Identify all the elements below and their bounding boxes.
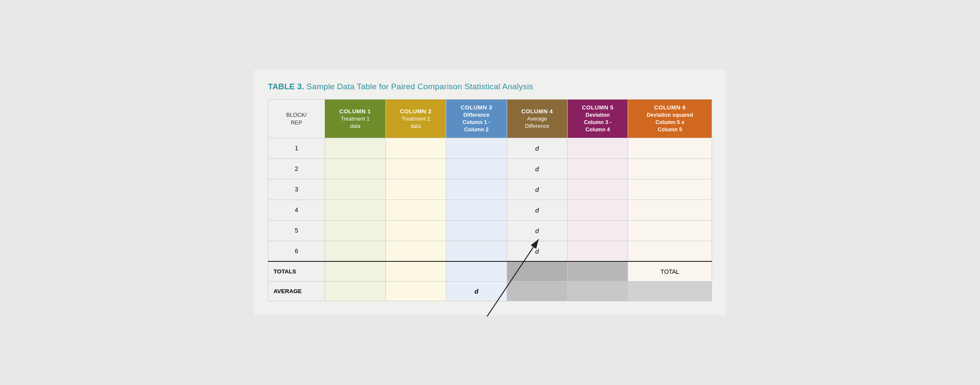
cell-col3-4 xyxy=(446,220,507,241)
average-col1-cell xyxy=(325,281,385,301)
cell-col3-5 xyxy=(446,241,507,261)
cell-col5-4 xyxy=(568,220,628,241)
cell-col6-0 xyxy=(628,138,712,158)
average-d-cell: d xyxy=(446,281,507,301)
cell-col6-5 xyxy=(628,241,712,261)
table-row: 2d xyxy=(268,158,712,179)
cell-col4-4: d xyxy=(507,220,567,241)
header-col3: COLUMN 3 Difference Column 1 - Column 2 xyxy=(446,100,507,138)
cell-block-4: 5 xyxy=(268,220,325,241)
table-row: 4d xyxy=(268,200,712,220)
cell-col2-4 xyxy=(385,220,446,241)
header-col1: COLUMN 1 Treatment 1 data xyxy=(325,100,385,138)
cell-col5-0 xyxy=(568,138,628,158)
average-label-cell: AVERAGE xyxy=(268,281,325,301)
header-col2: COLUMN 2 Treatment 2 data xyxy=(385,100,446,138)
cell-col4-1: d xyxy=(507,158,567,179)
totals-row: TOTALSTOTAL xyxy=(268,261,712,281)
cell-col3-1 xyxy=(446,158,507,179)
cell-col6-4 xyxy=(628,220,712,241)
page-container: TABLE 3. Sample Data Table for Paired Co… xyxy=(254,70,726,315)
cell-col5-1 xyxy=(568,158,628,179)
cell-col4-5: d xyxy=(507,241,567,261)
data-table: BLOCK/ REP COLUMN 1 Treatment 1 data COL… xyxy=(268,99,712,301)
table-title: TABLE 3. Sample Data Table for Paired Co… xyxy=(268,82,712,91)
cell-col2-1 xyxy=(385,158,446,179)
header-block-rep: BLOCK/ REP xyxy=(268,100,325,138)
cell-block-2: 3 xyxy=(268,179,325,200)
cell-col2-0 xyxy=(385,138,446,158)
cell-col6-1 xyxy=(628,158,712,179)
cell-col1-3 xyxy=(325,200,385,220)
cell-col5-3 xyxy=(568,200,628,220)
cell-col6-3 xyxy=(628,200,712,220)
table-title-prefix: TABLE 3. xyxy=(268,82,304,91)
cell-block-3: 4 xyxy=(268,200,325,220)
header-col5: COLUMN 5 Deviation Column 3 - Column 4 xyxy=(568,100,628,138)
cell-col1-0 xyxy=(325,138,385,158)
cell-col1-4 xyxy=(325,220,385,241)
cell-col4-0: d xyxy=(507,138,567,158)
cell-col2-3 xyxy=(385,200,446,220)
table-row: 5d xyxy=(268,220,712,241)
average-col4-cell xyxy=(507,281,567,301)
totals-col2-cell xyxy=(385,261,446,281)
cell-col1-2 xyxy=(325,179,385,200)
cell-col1-5 xyxy=(325,241,385,261)
average-col6-cell xyxy=(628,281,712,301)
cell-col3-2 xyxy=(446,179,507,200)
header-col6: COLUMN 6 Deviation squared Column 5 x Co… xyxy=(628,100,712,138)
table-row: 1d xyxy=(268,138,712,158)
cell-block-1: 2 xyxy=(268,158,325,179)
table-row: 6d xyxy=(268,241,712,261)
cell-col2-2 xyxy=(385,179,446,200)
header-col4: COLUMN 4 Average Difference xyxy=(507,100,567,138)
cell-col3-0 xyxy=(446,138,507,158)
table-row: 3d xyxy=(268,179,712,200)
cell-block-5: 6 xyxy=(268,241,325,261)
cell-col3-3 xyxy=(446,200,507,220)
totals-col1-cell xyxy=(325,261,385,281)
cell-col1-1 xyxy=(325,158,385,179)
cell-col6-2 xyxy=(628,179,712,200)
cell-col4-3: d xyxy=(507,200,567,220)
cell-col4-2: d xyxy=(507,179,567,200)
cell-col5-5 xyxy=(568,241,628,261)
totals-col6-cell: TOTAL xyxy=(628,261,712,281)
average-row: AVERAGEd xyxy=(268,281,712,301)
totals-col4-cell xyxy=(507,261,567,281)
table-title-main: Sample Data Table for Paired Comparison … xyxy=(304,82,533,91)
cell-col2-5 xyxy=(385,241,446,261)
cell-block-0: 1 xyxy=(268,138,325,158)
cell-col5-2 xyxy=(568,179,628,200)
totals-col3-cell xyxy=(446,261,507,281)
totals-col5-cell xyxy=(568,261,628,281)
totals-label-cell: TOTALS xyxy=(268,261,325,281)
average-col5-cell xyxy=(568,281,628,301)
average-col2-cell xyxy=(385,281,446,301)
